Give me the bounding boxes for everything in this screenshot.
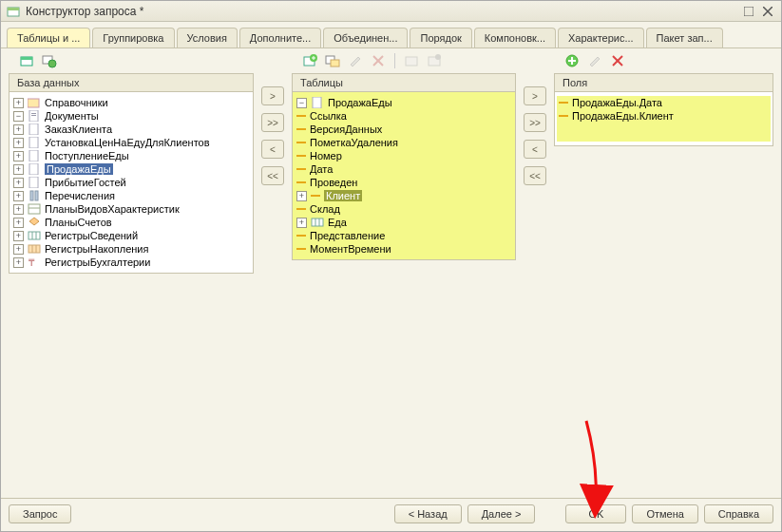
tree-item-zakaz[interactable]: +ЗаказКлиента — [11, 123, 251, 136]
move-left-button[interactable]: < — [261, 140, 284, 159]
fields-panel: Поля ПродажаЕды.Дата ПродажаЕды.Клиент — [554, 73, 773, 146]
table-root[interactable]: −ПродажаЕды — [295, 96, 513, 109]
refresh-icon[interactable] — [18, 52, 35, 69]
tab-union[interactable]: Объединен... — [323, 28, 408, 48]
tree-item-postuplenie[interactable]: +ПоступлениеЕды — [11, 149, 251, 162]
maximize-button[interactable] — [741, 4, 756, 19]
edit-field-icon[interactable] — [586, 52, 603, 69]
svg-rect-11 — [31, 113, 36, 114]
query-button[interactable]: Запрос — [9, 504, 71, 523]
document-icon — [311, 97, 324, 108]
table-field[interactable]: ПометкаУдаления — [295, 136, 513, 149]
table-field[interactable]: Представление — [295, 229, 513, 242]
svg-rect-16 — [29, 163, 38, 175]
close-button[interactable] — [760, 4, 775, 19]
table-field[interactable]: Ссылка — [295, 109, 513, 123]
delete-field-icon[interactable] — [609, 52, 626, 69]
table-field[interactable]: Склад — [295, 202, 513, 216]
tree-item-ustanovka[interactable]: +УстановкаЦенНаЕдуДляКлиентов — [11, 136, 251, 149]
svg-point-39 — [435, 54, 441, 60]
tables-toolbar — [292, 48, 516, 73]
replace-icon[interactable] — [403, 52, 420, 69]
cancel-button[interactable]: Отмена — [632, 504, 697, 523]
field-icon — [296, 235, 306, 237]
edit-icon[interactable] — [347, 52, 364, 69]
add-nested-icon[interactable] — [324, 52, 341, 69]
field-item[interactable]: ПродажаЕды.Дата — [557, 96, 771, 109]
tab-order[interactable]: Порядок — [410, 28, 471, 48]
temp-table-icon[interactable] — [426, 52, 443, 69]
fields-list[interactable]: ПродажаЕды.Дата ПродажаЕды.Клиент — [555, 92, 772, 145]
svg-rect-34 — [331, 60, 339, 66]
table-field-eda[interactable]: +Еда — [295, 216, 513, 229]
svg-text:₸: ₸ — [29, 257, 35, 268]
next-button[interactable]: Далее > — [467, 504, 536, 523]
add-table-icon[interactable] — [301, 52, 318, 69]
ok-button[interactable]: OK — [565, 504, 626, 523]
svg-rect-20 — [29, 204, 40, 214]
field-icon — [296, 168, 306, 170]
tree-item-bookreg[interactable]: +₸РегистрыБухгалтерии — [11, 256, 251, 269]
add-field-icon[interactable] — [563, 52, 581, 69]
svg-rect-19 — [35, 191, 38, 200]
enum-icon — [28, 190, 41, 201]
db-toolbar — [9, 48, 254, 73]
tables-tree[interactable]: −ПродажаЕды Ссылка ВерсияДанных ПометкаУ… — [293, 92, 515, 259]
svg-rect-41 — [312, 218, 323, 226]
tables-panel: Таблицы −ПродажаЕды Ссылка ВерсияДанных … — [292, 73, 516, 260]
tab-tables[interactable]: Таблицы и ... — [7, 28, 90, 48]
field-icon — [311, 195, 320, 197]
document-icon — [28, 137, 41, 148]
svg-point-8 — [48, 60, 56, 67]
move-left-button[interactable]: < — [524, 140, 546, 159]
footer: Запрос < Назад Далее > OK Отмена Справка — [1, 498, 781, 531]
window-title: Конструктор запроса * — [26, 5, 737, 18]
back-button[interactable]: < Назад — [394, 504, 462, 523]
field-item[interactable]: ПродажаЕды.Клиент — [557, 109, 771, 123]
document-icon — [28, 124, 41, 135]
tree-item-inforeg[interactable]: +РегистрыСведений — [11, 229, 251, 242]
svg-rect-13 — [29, 124, 38, 135]
field-icon — [296, 115, 306, 117]
svg-rect-6 — [21, 57, 32, 60]
table-field[interactable]: Дата — [295, 162, 513, 176]
svg-rect-18 — [30, 191, 33, 200]
db-tree[interactable]: +Справочники −Документы +ЗаказКлиента +У… — [10, 92, 253, 273]
delete-icon[interactable] — [370, 52, 387, 69]
table-field[interactable]: Проведен — [295, 176, 513, 189]
tables-panel-header: Таблицы — [293, 74, 515, 92]
svg-rect-12 — [31, 115, 36, 116]
tree-item-enums[interactable]: +Перечисления — [11, 189, 251, 202]
tree-item-catalogs[interactable]: +Справочники — [11, 96, 251, 109]
tree-item-prodazha[interactable]: +ПродажаЕды — [11, 162, 251, 176]
tree-item-documents[interactable]: −Документы — [11, 109, 251, 123]
bookreg-icon: ₸ — [28, 256, 41, 268]
tree-item-accreg[interactable]: +РегистрыНакопления — [11, 242, 251, 256]
tab-conditions[interactable]: Условия — [177, 28, 238, 48]
tab-characteristics[interactable]: Характерис... — [558, 28, 644, 48]
tree-item-pribytie[interactable]: +ПрибытиеГостей — [11, 176, 251, 189]
tab-layout[interactable]: Компоновк... — [474, 28, 556, 48]
move-all-right-button[interactable]: >> — [524, 113, 546, 132]
move-all-left-button[interactable]: << — [524, 166, 546, 185]
help-button[interactable]: Справка — [704, 504, 773, 523]
move-all-right-button[interactable]: >> — [261, 113, 284, 132]
field-icon — [296, 208, 306, 210]
move-right-button[interactable]: > — [524, 86, 546, 105]
inforeg-icon — [28, 230, 41, 241]
move-all-left-button[interactable]: << — [261, 166, 284, 185]
table-field-klient[interactable]: +Клиент — [295, 189, 513, 202]
table-field[interactable]: ВерсияДанных — [295, 123, 513, 136]
table-field[interactable]: МоментВремени — [295, 242, 513, 256]
field-icon — [296, 181, 306, 183]
table-field[interactable]: Номер — [295, 149, 513, 162]
tab-batch[interactable]: Пакет зап... — [646, 28, 723, 48]
move-right-button[interactable]: > — [261, 86, 284, 105]
tab-grouping[interactable]: Группировка — [92, 28, 174, 48]
tree-item-accounts[interactable]: +ПланыСчетов — [11, 216, 251, 229]
nested-query-icon[interactable] — [41, 52, 58, 69]
tab-additional[interactable]: Дополните... — [239, 28, 321, 48]
tree-item-charttype[interactable]: +ПланыВидовХарактеристик — [11, 202, 251, 216]
document-icon — [28, 177, 41, 188]
svg-rect-1 — [8, 8, 19, 10]
